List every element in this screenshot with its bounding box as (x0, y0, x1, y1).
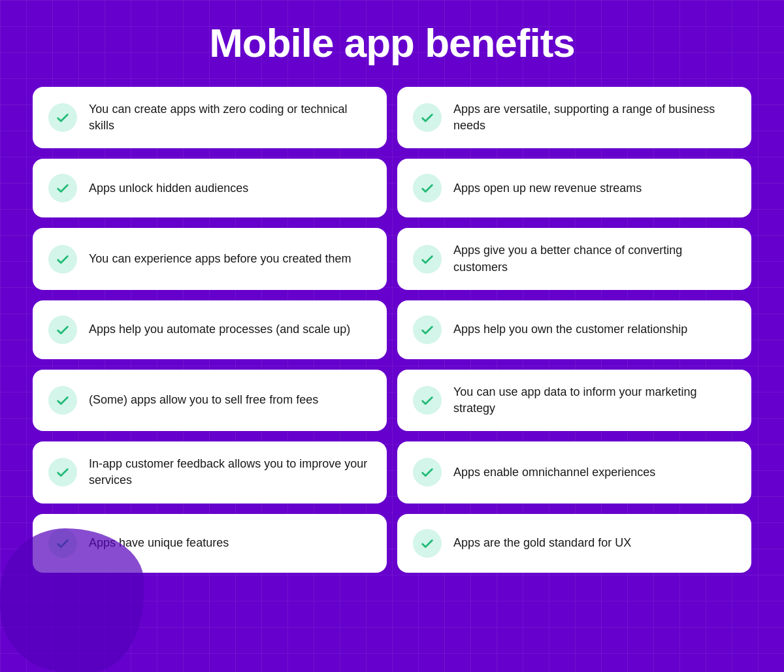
card-text: Apps enable omnichannel experiences (453, 464, 655, 481)
check-circle-icon (48, 315, 77, 344)
card-text: You can use app data to inform your mark… (453, 384, 736, 417)
benefit-card-8: Apps help you own the customer relations… (397, 300, 751, 359)
check-circle-icon (413, 245, 442, 274)
check-circle-icon (48, 103, 77, 132)
check-circle-icon (48, 245, 77, 274)
check-circle-icon (413, 529, 442, 558)
card-text: Apps help you own the customer relations… (453, 321, 687, 338)
check-circle-icon (413, 458, 442, 487)
page-title: Mobile app benefits (33, 20, 751, 66)
benefit-card-5: You can experience apps before you creat… (33, 228, 387, 289)
card-text: Apps have unique features (89, 535, 229, 551)
benefit-card-1: You can create apps with zero coding or … (33, 87, 387, 148)
card-text: You can create apps with zero coding or … (89, 101, 371, 134)
benefits-grid: You can create apps with zero coding or … (33, 87, 751, 573)
check-circle-icon (48, 174, 77, 202)
benefit-card-11: In-app customer feedback allows you to i… (33, 441, 387, 503)
benefit-card-3: Apps unlock hidden audiences (33, 159, 387, 217)
benefit-card-10: You can use app data to inform your mark… (397, 370, 751, 431)
benefit-card-14: Apps are the gold standard for UX (397, 514, 751, 573)
card-text: (Some) apps allow you to sell free from … (89, 392, 318, 408)
benefit-card-9: (Some) apps allow you to sell free from … (33, 370, 387, 431)
check-circle-icon (413, 174, 442, 202)
check-circle-icon (413, 386, 442, 415)
benefit-card-13: Apps have unique features (33, 514, 387, 573)
card-text: You can experience apps before you creat… (89, 251, 351, 267)
benefit-card-7: Apps help you automate processes (and sc… (33, 300, 387, 359)
check-circle-icon (48, 386, 77, 415)
card-text: In-app customer feedback allows you to i… (89, 456, 371, 488)
check-circle-icon (413, 103, 442, 132)
benefit-card-2: Apps are versatile, supporting a range o… (397, 87, 751, 148)
card-text: Apps are the gold standard for UX (453, 535, 631, 551)
benefit-card-12: Apps enable omnichannel experiences (397, 441, 751, 503)
page-container: Mobile app benefits You can create apps … (0, 0, 784, 672)
check-circle-icon (413, 315, 442, 344)
card-text: Apps give you a better chance of convert… (453, 242, 736, 275)
card-text: Apps are versatile, supporting a range o… (453, 101, 736, 134)
benefit-card-6: Apps give you a better chance of convert… (397, 228, 751, 289)
benefit-card-4: Apps open up new revenue streams (397, 159, 751, 217)
card-text: Apps open up new revenue streams (453, 180, 642, 197)
check-circle-icon (48, 529, 77, 558)
card-text: Apps unlock hidden audiences (89, 180, 248, 197)
card-text: Apps help you automate processes (and sc… (89, 321, 350, 338)
check-circle-icon (48, 458, 77, 487)
